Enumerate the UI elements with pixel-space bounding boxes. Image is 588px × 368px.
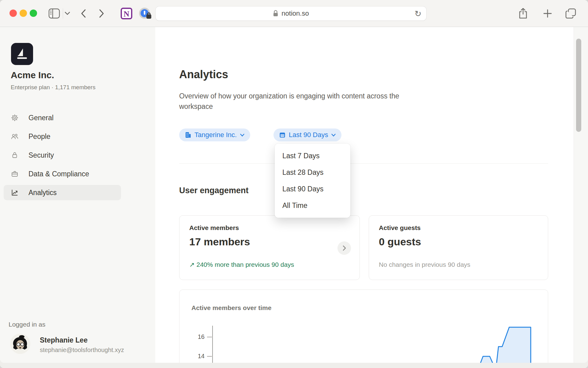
card-value: 0 guests [379,236,421,248]
date-range-filter-label: Last 90 Days [289,131,328,139]
url-text: notion.so [281,10,309,17]
sidebar-toggle-icon[interactable] [48,8,60,19]
scrollbar-track[interactable] [574,27,588,363]
settings-nav: General People [4,110,121,204]
card-label: Active members [189,224,239,232]
user-email: stephanie@toolsforthought.xyz [40,347,124,354]
sidebar-item-label: Analytics [28,189,57,197]
y-tick-label: 16 [191,333,205,340]
user-name: Stephanie Lee [40,336,88,344]
notion-settings-page: Acme Inc. Enterprise plan · 1,171 member… [0,27,588,368]
settings-sidebar: Acme Inc. Enterprise plan · 1,171 member… [0,27,155,363]
tab-overview-icon[interactable] [565,8,577,19]
avatar [10,334,30,354]
minimize-window-button[interactable] [20,10,27,17]
onepassword-extension-icon[interactable] [138,7,152,21]
close-window-button[interactable] [9,10,17,17]
sidebar-item-label: People [28,132,51,141]
sidebar-item-label: General [28,114,54,122]
chart-area-fill [479,327,531,363]
active-guests-card: Active guests 0 guests No changes in pre… [369,215,548,280]
gear-icon [11,114,18,121]
workspace-filter-label: Tangerine Inc. [194,131,237,139]
reload-icon[interactable]: ↻ [414,9,421,19]
lock-icon [11,151,18,159]
dropdown-option-last-7-days[interactable]: Last 7 Days [275,148,350,164]
scrollbar-thumb[interactable] [576,39,581,132]
date-range-dropdown: Last 7 Days Last 28 Days Last 90 Days Al… [275,144,350,218]
sidebar-item-general[interactable]: General [4,110,121,125]
y-tick-label: 14 [191,353,205,360]
chevron-right-icon [342,245,346,251]
address-bar[interactable]: notion.so ↻ [156,6,426,21]
workspace-filter-pill[interactable]: Tangerine Inc. [179,128,250,141]
sidebar-item-data-compliance[interactable]: Data & Compliance [4,166,121,182]
active-members-area-chart [212,319,548,363]
forward-icon[interactable] [98,8,105,19]
dropdown-option-all-time[interactable]: All Time [275,197,350,214]
sidebar-item-security[interactable]: Security [4,148,121,163]
trend-chart-icon [11,189,18,196]
share-icon[interactable] [518,7,528,20]
section-divider [179,163,548,164]
card-delta: ↗ 240% more than previous 90 days [189,261,294,268]
trend-up-arrow-icon: ↗ [189,261,195,268]
sidebar-item-label: Data & Compliance [28,170,89,178]
notion-extension-icon[interactable]: N [120,7,133,20]
workspace-name: Acme Inc. [11,70,54,80]
chevron-down-icon [240,133,245,137]
date-range-filter-pill[interactable]: Last 90 Days [273,128,341,141]
sailboat-icon [15,47,29,61]
dropdown-option-last-90-days[interactable]: Last 90 Days [275,181,350,197]
chevron-down-icon [331,133,336,137]
sidebar-item-label: Security [28,151,54,159]
zoom-window-button[interactable] [30,10,37,17]
card-chevron-right-button[interactable] [337,241,351,255]
analytics-panel: Analytics Overview of how your organizat… [155,27,574,363]
url-display: notion.so [156,6,426,21]
people-icon [11,133,18,140]
browser-toolbar: N notion.so [0,0,588,27]
briefcase-icon [11,170,18,178]
calendar-icon [279,132,286,138]
workspace-plan: Enterprise plan · 1,171 members [11,84,96,91]
page-title: Analytics [179,68,228,81]
active-members-card[interactable]: Active members 17 members ↗ 240% more th… [179,215,360,280]
y-tick-mark [207,356,212,357]
card-label: Active guests [379,224,421,232]
new-tab-icon[interactable] [543,9,552,18]
settings-modal: Acme Inc. Enterprise plan · 1,171 member… [0,27,588,363]
building-icon [185,132,191,138]
toolbar-separator [63,8,63,19]
svg-text:N: N [124,10,130,18]
back-icon[interactable] [80,8,87,19]
workspace-logo [11,43,33,65]
sidebar-item-people[interactable]: People [4,129,121,144]
user-engagement-heading: User engagement [179,186,249,195]
sidebar-item-analytics[interactable]: Analytics [4,185,121,200]
browser-window: N notion.so [0,0,588,368]
logged-in-as-label: Logged in as [9,321,45,328]
chart-title: Active members over time [191,304,271,312]
dropdown-option-last-28-days[interactable]: Last 28 Days [275,164,350,181]
chevron-down-icon[interactable] [64,11,70,15]
y-tick-mark [207,337,212,337]
card-delta: No changes in previous 90 days [379,261,470,268]
card-value: 17 members [189,236,250,248]
lock-icon [273,10,278,17]
page-description: Overview of how your organization is eng… [179,91,421,112]
